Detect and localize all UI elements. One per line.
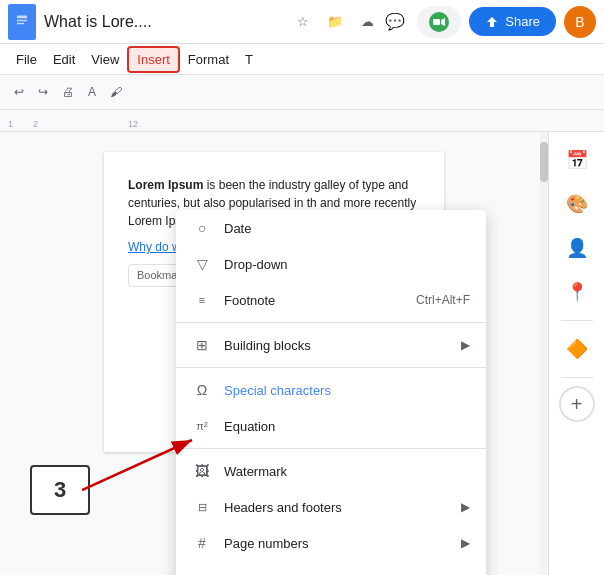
sidebar-divider: [561, 320, 593, 321]
menu-divider-1: [176, 322, 486, 323]
star-icon[interactable]: ☆: [289, 8, 317, 36]
sidebar-calendar-icon[interactable]: 📅: [557, 140, 597, 180]
svg-rect-1: [17, 19, 27, 20]
menu-divider-3: [176, 448, 486, 449]
equation-label: Equation: [224, 419, 470, 434]
share-button[interactable]: Share: [469, 7, 556, 36]
main-area: Lorem Ipsum is been the industry galley …: [0, 132, 604, 575]
svg-rect-3: [433, 19, 440, 25]
sidebar-palette-icon[interactable]: 🎨: [557, 184, 597, 224]
menu-insert[interactable]: Insert: [127, 46, 180, 73]
folder-icon[interactable]: 📁: [321, 8, 349, 36]
ruler: 12 12: [0, 110, 604, 132]
ruler-marks: 12 12: [8, 110, 596, 131]
title-section: What is Lore....: [44, 13, 281, 31]
footnote-label: Footnote: [224, 293, 404, 308]
menu-entry-dropdown[interactable]: ▽ Drop-down: [176, 246, 486, 282]
menu-entry-special-chars[interactable]: Ω Special characters: [176, 372, 486, 408]
toolbar-icons: ☆ 📁 ☁: [289, 8, 381, 36]
special-chars-label: Special characters: [224, 383, 470, 398]
menu-entry-equation[interactable]: π² Equation: [176, 408, 486, 444]
svg-rect-0: [17, 15, 27, 18]
format-toolbar: ↩ ↪ 🖨 A 🖌: [0, 74, 604, 110]
headers-footers-label: Headers and footers: [224, 500, 449, 515]
menu-entry-footnote[interactable]: ≡ Footnote Ctrl+Alt+F: [176, 282, 486, 318]
menu-edit[interactable]: Edit: [45, 48, 83, 71]
sidebar-maps-icon[interactable]: 📍: [557, 272, 597, 312]
sidebar-add-button[interactable]: +: [559, 386, 595, 422]
building-blocks-label: Building blocks: [224, 338, 449, 353]
menu-entry-break[interactable]: ⊡ Break ▶: [176, 561, 486, 575]
date-label: Date: [224, 221, 470, 236]
top-bar: What is Lore.... ☆ 📁 ☁ 💬 Share B: [0, 0, 604, 44]
print-btn[interactable]: 🖨: [56, 81, 80, 103]
annotation-number: 3: [54, 477, 66, 503]
right-sidebar: 📅 🎨 👤 📍 🔶 +: [548, 132, 604, 575]
menu-entry-headers-footers[interactable]: ⊟ Headers and footers ▶: [176, 489, 486, 525]
menu-entry-watermark[interactable]: 🖼 Watermark: [176, 453, 486, 489]
top-right: 💬 Share B: [381, 6, 596, 38]
spellcheck-btn[interactable]: A: [82, 81, 102, 103]
svg-marker-4: [441, 18, 445, 26]
share-label: Share: [505, 14, 540, 29]
menu-entry-building-blocks[interactable]: ⊞ Building blocks ▶: [176, 327, 486, 363]
comments-icon[interactable]: 💬: [381, 8, 409, 36]
menu-bar: File Edit View Insert Format T: [0, 44, 604, 74]
watermark-icon: 🖼: [192, 461, 212, 481]
sidebar-divider-2: [561, 377, 593, 378]
doc-bold: Lorem Ipsum: [128, 178, 203, 192]
scrollbar-thumb[interactable]: [540, 142, 548, 182]
annotation-number-box: 3: [30, 465, 90, 515]
menu-entry-page-numbers[interactable]: # Page numbers ▶: [176, 525, 486, 561]
sidebar-orange-icon[interactable]: 🔶: [557, 329, 597, 369]
menu-file[interactable]: File: [8, 48, 45, 71]
dropdown-icon: ▽: [192, 254, 212, 274]
footnote-shortcut: Ctrl+Alt+F: [416, 293, 470, 307]
page-numbers-label: Page numbers: [224, 536, 449, 551]
equation-icon: π²: [192, 416, 212, 436]
dropdown-label: Drop-down: [224, 257, 470, 272]
break-icon: ⊡: [192, 569, 212, 575]
building-blocks-arrow: ▶: [461, 338, 470, 352]
page-numbers-arrow: ▶: [461, 536, 470, 550]
meet-button[interactable]: [417, 6, 461, 38]
date-icon: ○: [192, 218, 212, 238]
scrollbar-track[interactable]: [540, 132, 548, 575]
menu-view[interactable]: View: [83, 48, 127, 71]
paint-format-btn[interactable]: 🖌: [104, 81, 128, 103]
menu-divider-2: [176, 367, 486, 368]
headers-footers-icon: ⊟: [192, 497, 212, 517]
user-avatar[interactable]: B: [564, 6, 596, 38]
special-chars-icon: Ω: [192, 380, 212, 400]
insert-dropdown-menu: ○ Date ▽ Drop-down ≡ Footnote Ctrl+Alt+F…: [176, 210, 486, 575]
svg-rect-2: [17, 22, 24, 23]
meet-icon: [429, 12, 449, 32]
page-numbers-icon: #: [192, 533, 212, 553]
undo-btn[interactable]: ↩: [8, 81, 30, 103]
cloud-icon[interactable]: ☁: [353, 8, 381, 36]
menu-entry-date[interactable]: ○ Date: [176, 210, 486, 246]
google-docs-icon: [8, 4, 36, 40]
building-blocks-icon: ⊞: [192, 335, 212, 355]
watermark-label: Watermark: [224, 464, 470, 479]
headers-footers-arrow: ▶: [461, 500, 470, 514]
menu-t[interactable]: T: [237, 48, 261, 71]
break-label: Break: [224, 572, 449, 576]
redo-btn[interactable]: ↪: [32, 81, 54, 103]
menu-format[interactable]: Format: [180, 48, 237, 71]
doc-title[interactable]: What is Lore....: [44, 13, 281, 31]
sidebar-account-icon[interactable]: 👤: [557, 228, 597, 268]
footnote-icon: ≡: [192, 290, 212, 310]
